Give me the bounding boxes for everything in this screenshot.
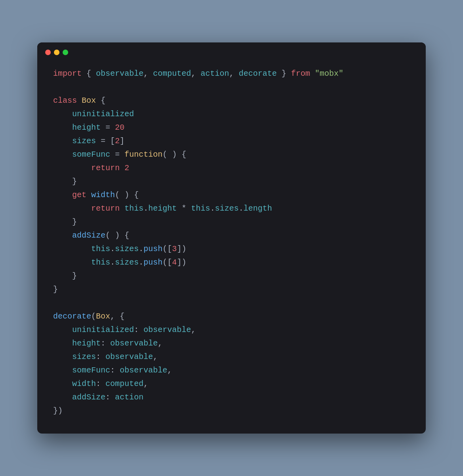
line-dec-uninit: uninitialized: observable, bbox=[53, 323, 410, 337]
line-class: class Box { bbox=[53, 94, 410, 107]
line-import: import { observable, computed, action, d… bbox=[53, 67, 410, 81]
line-close4: } bbox=[53, 283, 410, 296]
line-sizes: sizes = [2] bbox=[53, 134, 410, 148]
line-dec-sizes: sizes: observable, bbox=[53, 350, 410, 364]
code-editor: import { observable, computed, action, d… bbox=[37, 59, 426, 434]
line-blank2 bbox=[53, 296, 410, 310]
line-close5: }) bbox=[53, 404, 410, 418]
line-uninit: uninitialized bbox=[53, 107, 410, 121]
line-return1: return 2 bbox=[53, 161, 410, 175]
line-close2: } bbox=[53, 215, 410, 229]
line-decorate: decorate(Box, { bbox=[53, 310, 410, 323]
line-blank1 bbox=[53, 81, 410, 94]
line-height: height = 20 bbox=[53, 121, 410, 134]
close-button[interactable] bbox=[45, 50, 51, 55]
line-push2: this.sizes.push([4]) bbox=[53, 256, 410, 269]
line-dec-height: height: observable, bbox=[53, 337, 410, 350]
line-get-width: get width( ) { bbox=[53, 188, 410, 202]
maximize-button[interactable] bbox=[63, 50, 68, 55]
line-push1: this.sizes.push([3]) bbox=[53, 242, 410, 256]
line-close3: } bbox=[53, 269, 410, 283]
line-dec-width: width: computed, bbox=[53, 377, 410, 391]
code-window: import { observable, computed, action, d… bbox=[37, 42, 426, 434]
line-somefunc: someFunc = function( ) { bbox=[53, 148, 410, 161]
line-dec-addsize: addSize: action bbox=[53, 391, 410, 404]
titlebar bbox=[37, 42, 426, 59]
line-return2: return this.height * this.sizes.length bbox=[53, 202, 410, 215]
line-addsize: addSize( ) { bbox=[53, 229, 410, 242]
line-close1: } bbox=[53, 175, 410, 188]
minimize-button[interactable] bbox=[54, 50, 59, 55]
line-dec-somefunc: someFunc: observable, bbox=[53, 364, 410, 377]
